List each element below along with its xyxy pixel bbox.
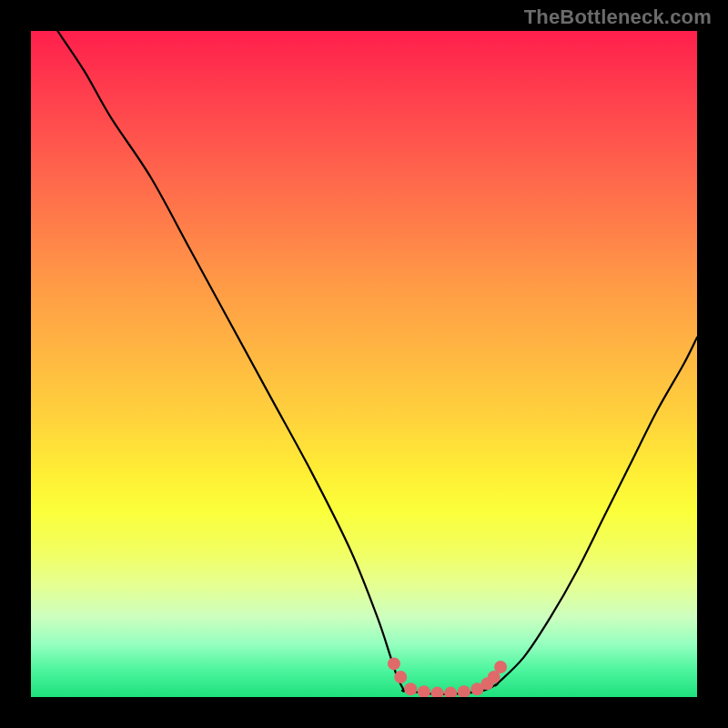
curve-layer	[31, 31, 697, 697]
marker-dot	[404, 682, 417, 695]
chart-frame: TheBottleneck.com	[0, 0, 728, 728]
marker-dot	[418, 685, 430, 697]
marker-dot	[444, 687, 457, 697]
marker-dot	[394, 671, 407, 683]
marker-dot	[388, 657, 400, 670]
plot-area	[31, 31, 697, 697]
bottleneck-curve	[57, 31, 697, 694]
marker-dot	[431, 687, 444, 697]
marker-dot	[494, 661, 507, 673]
watermark-text: TheBottleneck.com	[524, 5, 712, 29]
optimal-zone-markers	[388, 657, 507, 697]
marker-dot	[458, 685, 470, 697]
